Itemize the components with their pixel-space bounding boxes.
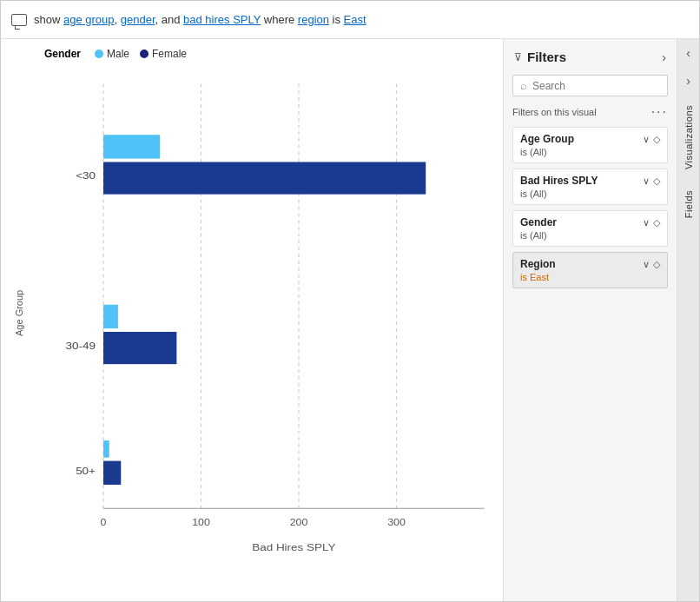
filter-bad-hires-value: is (All) <box>520 189 660 199</box>
more-options-icon[interactable]: ··· <box>651 105 668 119</box>
search-icon: ⌕ <box>520 79 527 92</box>
search-input[interactable] <box>532 80 663 92</box>
filters-header: ⊽ Filters › <box>504 39 677 71</box>
filter-gender-header: Gender ∨ ◇ <box>520 216 660 228</box>
svg-text:0: 0 <box>101 518 107 527</box>
filter-bad-hires-icons: ∨ ◇ <box>643 175 660 187</box>
collapse-right-button[interactable]: › <box>683 67 694 95</box>
legend-title: Gender <box>44 48 81 60</box>
filter-bad-hires-name: Bad Hires SPLY <box>520 175 598 187</box>
bar-lt30-female <box>103 162 426 194</box>
filter-age-group-chevron[interactable]: ∨ <box>643 134 650 145</box>
link-bad-hires[interactable]: bad hires SPLY <box>183 13 261 26</box>
link-region[interactable]: region <box>298 13 329 26</box>
chart-legend: Gender Male Female <box>44 48 494 60</box>
bar-50plus-male <box>103 440 109 458</box>
filter-item-age-group: Age Group ∨ ◇ is (All) <box>512 127 668 163</box>
filters-title-row: ⊽ Filters <box>514 50 566 64</box>
tab-visualizations[interactable]: Visualizations <box>680 95 697 180</box>
filter-age-group-name: Age Group <box>520 133 574 145</box>
filter-item-gender: Gender ∨ ◇ is (All) <box>512 210 668 247</box>
bar-3049-female <box>103 332 176 364</box>
link-gender[interactable]: gender <box>121 13 155 26</box>
filter-gender-name: Gender <box>520 216 557 228</box>
collapse-left-button[interactable]: ‹ <box>683 39 694 67</box>
female-label: Female <box>152 48 187 60</box>
filter-gender-chevron[interactable]: ∨ <box>643 217 650 228</box>
filter-region-chevron[interactable]: ∨ <box>643 259 650 270</box>
filter-age-group-header: Age Group ∨ ◇ <box>520 133 660 145</box>
filter-bad-hires-chevron[interactable]: ∨ <box>643 175 650 187</box>
svg-text:Bad Hires SPLY: Bad Hires SPLY <box>252 542 336 553</box>
expand-icon[interactable]: › <box>662 50 666 64</box>
filter-region-name: Region <box>520 258 556 270</box>
filter-age-group-clear[interactable]: ◇ <box>653 134 660 145</box>
filter-gender-clear[interactable]: ◇ <box>653 217 660 228</box>
header-bar: show age group, gender, and bad hires SP… <box>1 1 699 39</box>
chart-area: Gender Male Female Age Group <box>1 39 503 601</box>
filter-funnel-icon: ⊽ <box>514 51 522 63</box>
filters-panel: ⊽ Filters › ⌕ Filters on this visual ···… <box>503 39 677 601</box>
tab-fields[interactable]: Fields <box>680 180 697 228</box>
filter-region-value: is East <box>520 272 660 282</box>
legend-item-female: Female <box>140 48 187 60</box>
male-label: Male <box>107 48 129 60</box>
filter-bad-hires-header: Bad Hires SPLY ∨ ◇ <box>520 175 660 187</box>
svg-text:50+: 50+ <box>76 466 96 477</box>
filters-on-visual-label: Filters on this visual ··· <box>504 103 677 124</box>
bar-50plus-female <box>103 461 121 485</box>
filter-region-clear[interactable]: ◇ <box>653 259 660 270</box>
filter-age-group-value: is (All) <box>520 147 660 157</box>
header-text: show age group, gender, and bad hires SP… <box>34 13 367 26</box>
filter-region-header: Region ∨ ◇ <box>520 258 660 270</box>
filters-title: Filters <box>527 50 566 64</box>
link-east[interactable]: East <box>344 13 367 26</box>
filter-bad-hires-clear[interactable]: ◇ <box>653 175 660 187</box>
bar-3049-male <box>103 305 118 328</box>
legend-item-male: Male <box>95 48 129 60</box>
female-dot <box>140 50 149 58</box>
svg-text:100: 100 <box>192 518 210 527</box>
y-axis-label: Age Group <box>10 67 25 559</box>
svg-text:300: 300 <box>387 518 406 527</box>
chart-svg: <30 30-49 50+ 0 <box>25 67 494 559</box>
filter-item-region: Region ∨ ◇ is East <box>512 252 668 288</box>
svg-text:<30: <30 <box>76 170 96 182</box>
filter-gender-icons: ∨ ◇ <box>643 217 660 228</box>
search-box[interactable]: ⌕ <box>512 75 668 96</box>
main-content: Gender Male Female Age Group <box>1 39 699 601</box>
filter-item-bad-hires: Bad Hires SPLY ∨ ◇ is (All) <box>512 169 668 205</box>
bar-lt30-male <box>103 135 160 158</box>
svg-text:200: 200 <box>290 518 308 527</box>
chat-icon <box>11 14 27 26</box>
link-age-group[interactable]: age group <box>63 13 115 26</box>
filter-gender-value: is (All) <box>520 230 660 241</box>
svg-text:30-49: 30-49 <box>66 340 96 351</box>
male-dot <box>95 50 103 58</box>
filter-age-group-icons: ∨ ◇ <box>643 134 660 145</box>
filters-section-label: Filters on this visual <box>512 107 597 117</box>
side-tabs: ‹ › Visualizations Fields <box>677 39 699 601</box>
filter-region-icons: ∨ ◇ <box>643 259 660 270</box>
